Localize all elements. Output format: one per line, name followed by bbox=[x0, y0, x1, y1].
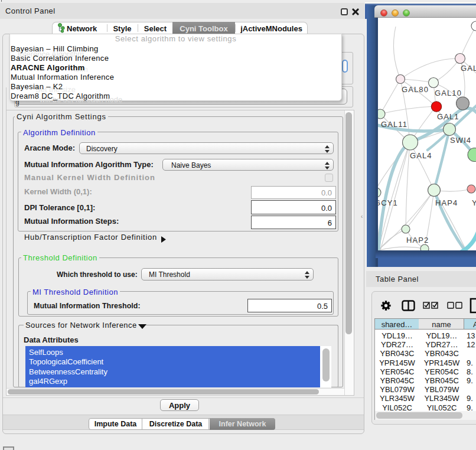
svg-text:GAL1: GAL1 bbox=[437, 112, 459, 121]
svg-text:GAL4: GAL4 bbox=[410, 151, 432, 160]
svg-text:GCY1: GCY1 bbox=[378, 198, 398, 207]
svg-text:SWI4: SWI4 bbox=[450, 136, 471, 145]
svg-text:HAP4: HAP4 bbox=[435, 198, 458, 207]
svg-text:GAL10: GAL10 bbox=[435, 89, 462, 97]
svg-text:GAL11: GAL11 bbox=[381, 120, 407, 129]
svg-text:HAP2: HAP2 bbox=[406, 236, 429, 244]
svg-text:Y: Y bbox=[472, 198, 476, 207]
svg-text:GAL: GAL bbox=[461, 64, 476, 73]
svg-text:GAL80: GAL80 bbox=[402, 85, 429, 94]
